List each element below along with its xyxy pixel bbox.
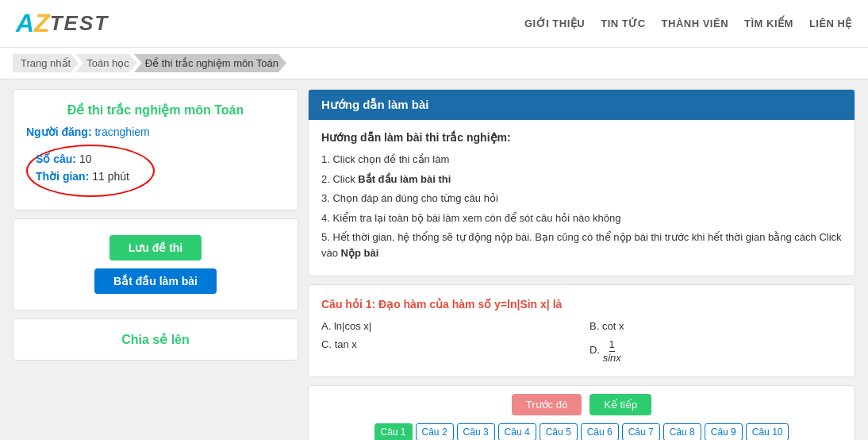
main-nav: GIỚI THIỆU TIN TỨC THÀNH VIÊN TÌM KIẾM L… bbox=[524, 17, 852, 29]
left-panel: Đề thi trắc nghiệm môn Toán Người đăng: … bbox=[13, 89, 298, 440]
nav-search[interactable]: TÌM KIẾM bbox=[744, 17, 793, 29]
poster-link[interactable]: tracnghiem bbox=[94, 125, 149, 138]
breadcrumb-home[interactable]: Trang nhất bbox=[13, 54, 79, 72]
logo: AZ TEST bbox=[16, 9, 109, 38]
q-btn-10[interactable]: Câu 10 bbox=[746, 423, 789, 440]
breadcrumb-current: Đề thi trắc nghiệm môn Toán bbox=[134, 54, 286, 72]
start-button[interactable]: Bắt đầu làm bài bbox=[94, 268, 217, 294]
poster-label: Người đăng: bbox=[26, 125, 92, 138]
nav-contact[interactable]: LIÊN HỆ bbox=[809, 17, 852, 29]
guide-content: Hướng dẫn làm bài thi trắc nghiệm: 1. Cl… bbox=[309, 120, 855, 276]
q-btn-9[interactable]: Câu 9 bbox=[705, 423, 743, 440]
answer-c[interactable]: C. tan x bbox=[321, 338, 574, 364]
logo-test: TEST bbox=[50, 11, 109, 36]
q-btn-1[interactable]: Câu 1 bbox=[374, 423, 413, 440]
q-btn-8[interactable]: Câu 8 bbox=[663, 423, 701, 440]
guide-header: Hướng dẫn làm bài bbox=[309, 90, 855, 120]
count-label: Số câu: bbox=[36, 152, 76, 165]
breadcrumb-math[interactable]: Toán học bbox=[75, 54, 137, 72]
header: AZ TEST GIỚI THIỆU TIN TỨC THÀNH VIÊN TÌ… bbox=[0, 0, 868, 48]
q-btn-6[interactable]: Câu 6 bbox=[581, 423, 619, 440]
time-value: 11 phút bbox=[92, 170, 129, 183]
save-button[interactable]: Lưu đề thi bbox=[109, 235, 202, 261]
q-btn-2[interactable]: Câu 2 bbox=[416, 423, 454, 440]
exam-title: Đề thi trắc nghiệm môn Toán bbox=[26, 102, 285, 118]
info-box: Đề thi trắc nghiệm môn Toán Người đăng: … bbox=[13, 89, 298, 210]
question-number-nav: Câu 1 Câu 2 Câu 3 Câu 4 Câu 5 Câu 6 Câu … bbox=[321, 423, 842, 440]
guide-subtitle: Hướng dẫn làm bài thi trắc nghiệm: bbox=[321, 131, 842, 144]
time-row: Thời gian: 11 phút bbox=[36, 170, 129, 183]
right-panel: Hướng dẫn làm bài Hướng dẫn làm bài thi … bbox=[308, 89, 855, 440]
share-title: Chia sẻ lên bbox=[26, 332, 285, 347]
guide-step-2: 2. Click Bắt đầu làm bài thi bbox=[321, 172, 842, 187]
logo-a: A bbox=[16, 9, 34, 37]
action-box: Lưu đề thi Bắt đầu làm bài bbox=[13, 218, 298, 311]
logo-z: Z bbox=[34, 9, 50, 37]
guide-list: 1. Click chọn đề thi cần làm 2. Click Bắ… bbox=[321, 152, 842, 261]
share-box: Chia sẻ lên bbox=[13, 318, 298, 361]
answer-a[interactable]: A. ln|cos x| bbox=[321, 320, 574, 332]
highlight-circle: Số câu: 10 Thời gian: 11 phút bbox=[26, 145, 155, 197]
answers: A. ln|cos x| B. cot x C. tan x D. 1 sinx bbox=[321, 320, 842, 364]
fraction: 1 sinx bbox=[603, 338, 621, 364]
question-nav-box: Trước đó Kế tiếp Câu 1 Câu 2 Câu 3 Câu 4… bbox=[308, 385, 855, 440]
nav-news[interactable]: TIN TỨC bbox=[601, 17, 645, 29]
breadcrumb: Trang nhất Toán học Đề thi trắc nghiệm m… bbox=[0, 48, 868, 79]
guide-step-3: 3. Chọn đáp án đúng cho từng câu hỏi bbox=[321, 191, 842, 206]
poster-row: Người đăng: tracnghiem bbox=[26, 125, 285, 138]
guide-step-4: 4. Kiểm tra lại toàn bộ bài làm xem còn … bbox=[321, 210, 842, 226]
time-label: Thời gian: bbox=[36, 170, 89, 183]
count-row: Số câu: 10 bbox=[36, 152, 129, 165]
nav-intro[interactable]: GIỚI THIỆU bbox=[524, 17, 585, 29]
guide-box: Hướng dẫn làm bài Hướng dẫn làm bài thi … bbox=[308, 89, 855, 276]
question-box: Câu hỏi 1: Đạo hàm của hàm số y=ln|Sin x… bbox=[308, 284, 855, 377]
answer-d[interactable]: D. 1 sinx bbox=[590, 338, 842, 364]
nav-members[interactable]: THÀNH VIÊN bbox=[662, 17, 728, 29]
nav-buttons: Trước đó Kế tiếp bbox=[321, 394, 842, 415]
question-title: Câu hỏi 1: Đạo hàm của hàm số y=ln|Sin x… bbox=[321, 298, 842, 311]
q-btn-5[interactable]: Câu 5 bbox=[540, 423, 578, 440]
q-btn-4[interactable]: Câu 4 bbox=[498, 423, 536, 440]
q-btn-3[interactable]: Câu 3 bbox=[457, 423, 495, 440]
main-content: Đề thi trắc nghiệm môn Toán Người đăng: … bbox=[0, 79, 868, 440]
count-value: 10 bbox=[79, 152, 92, 165]
prev-button[interactable]: Trước đó bbox=[512, 394, 582, 415]
guide-step-1: 1. Click chọn đề thi cần làm bbox=[321, 152, 842, 168]
guide-step-5: 5. Hết thời gian, hệ thống sẽ tự động nộ… bbox=[321, 230, 842, 261]
answer-b[interactable]: B. cot x bbox=[590, 320, 842, 332]
next-button[interactable]: Kế tiếp bbox=[590, 394, 651, 415]
q-btn-7[interactable]: Câu 7 bbox=[622, 423, 660, 440]
